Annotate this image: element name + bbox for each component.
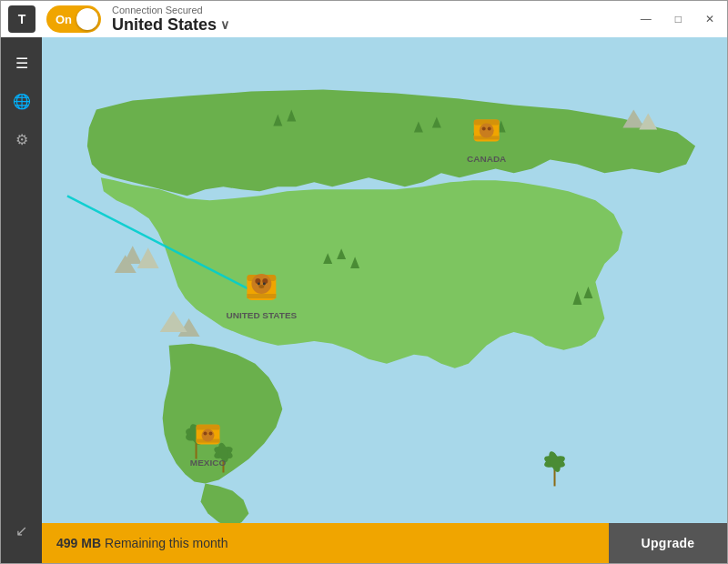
sidebar-item-menu[interactable]: ☰	[5, 46, 38, 79]
app-window: T On Connection Secured United States ∨ …	[0, 0, 728, 564]
connection-country[interactable]: United States ∨	[112, 15, 229, 35]
svg-point-49	[202, 429, 215, 442]
connection-info: Connection Secured United States ∨	[112, 5, 229, 35]
sidebar: ☰ 🌐 ⚙ ↙	[1, 37, 42, 563]
settings-icon: ⚙	[15, 131, 28, 148]
toggle-knob	[76, 8, 98, 30]
bottom-bar: 499 MB Remaining this month Upgrade	[42, 523, 727, 563]
app-logo: T	[8, 5, 35, 33]
main-content: ☰ 🌐 ⚙ ↙	[1, 37, 727, 563]
minimize-button[interactable]: —	[635, 9, 657, 29]
close-button[interactable]: ✕	[700, 9, 720, 29]
svg-point-34	[480, 124, 494, 138]
remaining-amount: 499 MB	[56, 536, 101, 550]
titlebar: T On Connection Secured United States ∨ …	[1, 1, 727, 37]
toggle-container: On	[46, 5, 101, 33]
vpn-toggle[interactable]: On	[46, 5, 101, 33]
svg-point-51	[209, 432, 213, 436]
svg-point-35	[482, 127, 486, 131]
sidebar-item-globe[interactable]: 🌐	[5, 85, 38, 117]
chevron-down-icon: ∨	[220, 17, 229, 32]
map-container: CANADA UNITED STATES	[42, 37, 727, 563]
upgrade-button[interactable]: Upgrade	[609, 523, 727, 563]
titlebar-right: — □ ✕	[635, 9, 720, 29]
maximize-button[interactable]: □	[670, 9, 687, 29]
svg-rect-39	[247, 294, 276, 298]
svg-point-45	[258, 285, 264, 288]
svg-point-50	[204, 432, 207, 436]
globe-icon: 🌐	[13, 93, 31, 110]
sidebar-item-collapse[interactable]: ↙	[5, 514, 38, 547]
toggle-label: On	[56, 13, 72, 26]
collapse-icon: ↙	[15, 522, 27, 539]
svg-point-43	[258, 283, 260, 286]
canada-label: CANADA	[467, 154, 506, 164]
svg-point-36	[488, 127, 491, 131]
menu-icon: ☰	[15, 55, 28, 72]
titlebar-left: T On Connection Secured United States ∨	[8, 5, 229, 35]
connection-status: Connection Secured	[112, 5, 229, 15]
mexico-marker	[197, 425, 220, 445]
us-label: UNITED STATES	[226, 310, 297, 320]
us-marker	[247, 274, 276, 300]
svg-point-40	[251, 274, 271, 294]
remaining-info: 499 MB Remaining this month	[42, 523, 609, 563]
map-svg: CANADA UNITED STATES	[42, 37, 727, 563]
sidebar-item-settings[interactable]: ⚙	[5, 123, 38, 156]
svg-point-44	[263, 283, 266, 286]
remaining-label: Remaining this month	[105, 536, 228, 550]
mexico-label: MEXICO	[190, 458, 227, 468]
canada-marker	[474, 120, 500, 142]
